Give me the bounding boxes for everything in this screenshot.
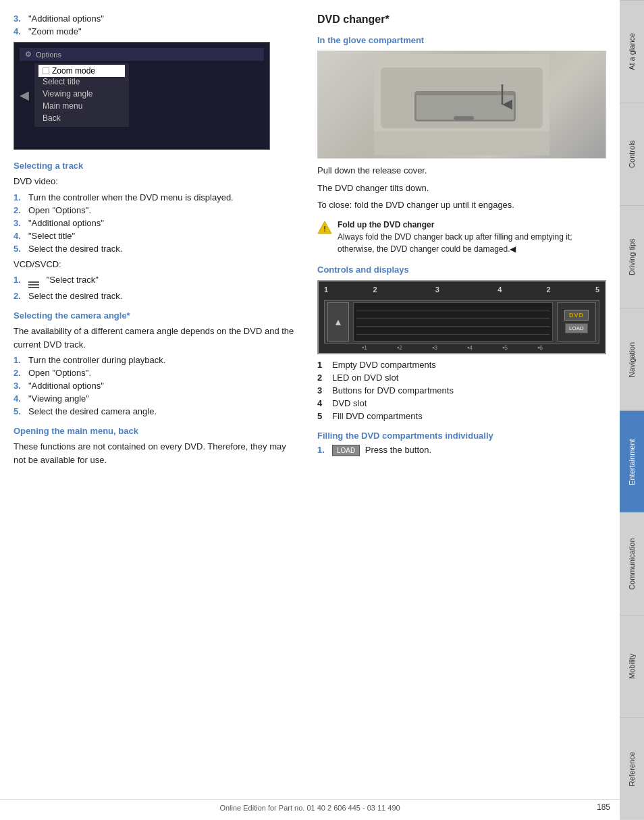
sidebar-tab-navigation[interactable]: Navigation <box>620 308 644 410</box>
camera-item-1: 1. Turn the controller during playback. <box>14 355 297 365</box>
load-button-panel[interactable]: LOAD <box>565 323 588 333</box>
legend-1-text: Empty DVD compartments <box>332 360 436 370</box>
camera-angle-heading: Selecting the camera angle* <box>14 310 297 321</box>
vcd-item-1: 1. "Select track" <box>14 275 297 288</box>
glove-compartment-svg <box>374 54 549 155</box>
legend-item-1: 1 Empty DVD compartments <box>317 360 606 370</box>
dvd-menu-list: Zoom mode Select title Viewing angle Mai… <box>34 63 129 127</box>
main-menu-body: These functions are not contained on eve… <box>14 440 297 466</box>
slot-num-6: ▪6 <box>537 344 543 351</box>
main-content: 3. "Additional options" 4. "Zoom mode" ⚙… <box>0 0 620 497</box>
svg-rect-4 <box>454 116 474 120</box>
dvd-menu-panel: ◀ Zoom mode Select title Viewing angle M… <box>20 63 264 127</box>
sidebar-tab-controls[interactable]: Controls <box>620 103 644 205</box>
dvd-panel-numbers: 1 2 3 4 2 5 <box>324 285 599 294</box>
filling-heading: Filling the DVD compartments individuall… <box>317 431 606 441</box>
sidebar-tab-reference[interactable]: Reference <box>620 717 644 820</box>
dvd-menu-item-viewing-angle[interactable]: Viewing angle <box>43 88 121 100</box>
dvd-options-title: Options <box>36 51 61 59</box>
track-item-3-num: 3. <box>14 218 24 228</box>
vcd-item-1-num: 1. <box>14 275 24 288</box>
glove-para-2: The DVD changer tilts down. <box>317 182 606 195</box>
camera-item-2-num: 2. <box>14 368 24 378</box>
legend-4-text: DVD slot <box>332 398 367 408</box>
intro-item-4: 4. "Zoom mode" <box>14 26 297 36</box>
camera-item-4-num: 4. <box>14 393 24 404</box>
footer: Online Edition for Part no. 01 40 2 606 … <box>0 799 620 812</box>
filling-step-1-num: 1. <box>317 445 328 456</box>
slot-line-1 <box>356 310 549 310</box>
glove-compartment-image-inner <box>318 51 606 158</box>
legend-item-4: 4 DVD slot <box>317 398 606 408</box>
svg-rect-6 <box>374 132 549 155</box>
load-button-inline[interactable]: LOAD <box>332 445 360 456</box>
vcd-item-2: 2. Select the desired track. <box>14 291 297 301</box>
warning-box: ! Fold up the DVD changer Always fold th… <box>317 219 606 255</box>
dvd-panel-body: ▲ DVD LOAD <box>324 300 599 344</box>
track-item-3: 3. "Additional options" <box>14 218 297 228</box>
sidebar-tab-entertainment[interactable]: Entertainment <box>620 410 644 513</box>
slot-line-2 <box>356 318 549 319</box>
item-4-text: "Zoom mode" <box>28 26 297 36</box>
camera-item-3: 3. "Additional options" <box>14 381 297 391</box>
footer-text: Online Edition for Part no. 01 40 2 606 … <box>219 804 400 812</box>
warning-triangle-icon: ! <box>317 220 332 235</box>
filling-step-1-text: LOAD Press the button. <box>332 445 606 456</box>
slot-num-1: ▪1 <box>362 344 367 351</box>
track-item-4-num: 4. <box>14 231 24 241</box>
dvd-left-arrow-icon: ◀ <box>20 63 29 127</box>
glove-para-3: To close: fold the DVD changer up until … <box>317 198 606 212</box>
gear-icon: ⚙ <box>25 50 32 59</box>
right-column: DVD changer* In the glove compartment <box>317 13 606 470</box>
right-controls: DVD LOAD <box>557 302 596 341</box>
track-item-1: 1. Turn the controller when the DVD menu… <box>14 192 297 202</box>
dvd-logo-badge: DVD <box>564 310 589 321</box>
track-item-4: 4. "Select title" <box>14 231 297 241</box>
camera-item-2: 2. Open "Options". <box>14 368 297 378</box>
sidebar-tab-communication[interactable]: Communication <box>620 512 644 615</box>
camera-item-5-num: 5. <box>14 406 24 416</box>
vcd-disc-icon <box>28 281 41 288</box>
slot-area <box>353 302 553 341</box>
dvd-menu-item-back[interactable]: Back <box>43 112 121 124</box>
zoom-checkbox <box>43 67 49 74</box>
item-3-text: "Additional options" <box>28 13 297 24</box>
legend-5-text: Fill DVD compartments <box>332 411 423 421</box>
track-item-5-num: 5. <box>14 244 24 254</box>
legend-item-2: 2 LED on DVD slot <box>317 373 606 383</box>
vcd-lines-icon <box>28 281 39 288</box>
slot-numbers-row: ▪1 ▪2 ▪3 ▪4 ▪5 ▪6 <box>347 344 558 351</box>
svg-text:!: ! <box>323 225 326 233</box>
track-item-1-num: 1. <box>14 192 24 202</box>
track-item-2: 2. Open "Options". <box>14 205 297 215</box>
controls-displays-heading: Controls and displays <box>317 265 606 275</box>
main-menu-heading: Opening the main menu, back <box>14 426 297 436</box>
eject-icon: ▲ <box>333 317 343 327</box>
glove-para-1: Pull down the release cover. <box>317 164 606 177</box>
intro-item-3: 3. "Additional options" <box>14 13 297 24</box>
selecting-track-heading: Selecting a track <box>14 161 297 171</box>
vcd-item-2-num: 2. <box>14 291 24 301</box>
slot-num-4: ▪4 <box>467 344 473 351</box>
sidebar-tab-driving-tips[interactable]: Driving tips <box>620 205 644 308</box>
slot-num-5: ▪5 <box>502 344 508 351</box>
legend-1-num: 1 <box>317 360 325 370</box>
glove-compartment-image <box>317 51 606 159</box>
dvd-options-titlebar: ⚙ Options <box>20 48 264 61</box>
item-4-num: 4. <box>14 26 24 36</box>
legend-4-num: 4 <box>317 398 325 408</box>
camera-item-5: 5. Select the desired camera angle. <box>14 406 297 416</box>
dvd-video-label: DVD video: <box>14 175 297 188</box>
sidebar: At a glance Controls Driving tips Naviga… <box>620 0 644 820</box>
legend-3-num: 3 <box>317 385 325 395</box>
legend-item-5: 5 Fill DVD compartments <box>317 411 606 421</box>
legend-2-text: LED on DVD slot <box>332 373 398 383</box>
sidebar-tab-mobility[interactable]: Mobility <box>620 615 644 717</box>
vcd-label: VCD/SVCD: <box>14 258 297 271</box>
warning-text: Fold up the DVD changer Always fold the … <box>338 219 606 255</box>
dvd-panel-image: 1 2 3 4 2 5 ▲ <box>317 280 606 354</box>
track-item-5: 5. Select the desired track. <box>14 244 297 254</box>
dvd-menu-item-select-title[interactable]: Select title <box>43 76 121 88</box>
dvd-menu-item-main-menu[interactable]: Main menu <box>43 100 121 112</box>
sidebar-tab-at-a-glance[interactable]: At a glance <box>620 0 644 103</box>
